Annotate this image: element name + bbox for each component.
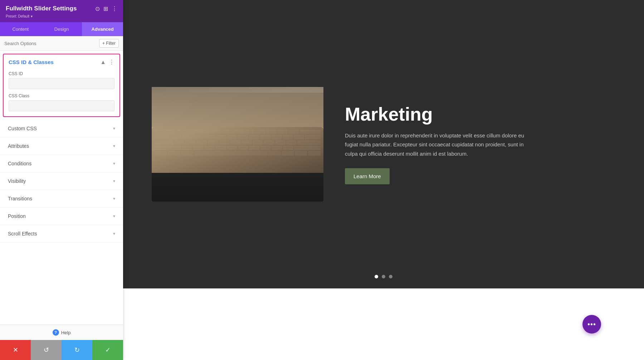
custom-css-section: Custom CSS ▾ [0, 120, 123, 137]
tab-bar: Content Design Advanced [0, 22, 123, 36]
chevron-down-icon: ▾ [113, 179, 115, 184]
undo-button[interactable]: ↺ [31, 340, 62, 360]
custom-css-title: Custom CSS [8, 126, 37, 131]
attributes-header[interactable]: Attributes ▾ [0, 137, 123, 155]
screen-area [152, 87, 323, 127]
collapse-icon[interactable]: ▲ [100, 59, 106, 65]
transitions-title: Transitions [8, 196, 32, 201]
css-class-input[interactable] [9, 100, 114, 111]
more-icon[interactable]: ⋮ [112, 5, 117, 12]
section-header-icons: ▲ ⋮ [100, 59, 114, 65]
learn-more-button[interactable]: Learn More [345, 168, 390, 184]
slider-area: Marketing Duis aute irure dolor in repre… [123, 0, 644, 288]
attributes-section: Attributes ▾ [0, 137, 123, 155]
save-button[interactable]: ✓ [92, 340, 123, 360]
visibility-header[interactable]: Visibility ▾ [0, 172, 123, 190]
custom-css-header[interactable]: Custom CSS ▾ [0, 120, 123, 137]
help-label: Help [61, 330, 71, 335]
css-id-classes-section: CSS ID & Classes ▲ ⋮ CSS ID CSS Class [3, 54, 120, 117]
below-slider: ••• [123, 288, 644, 360]
position-title: Position [8, 213, 26, 219]
slider-dot-2[interactable] [382, 275, 385, 278]
sidebar-header: Fullwidth Slider Settings ⊙ ⊞ ⋮ Preset: … [0, 0, 123, 22]
scroll-effects-header[interactable]: Scroll Effects ▾ [0, 225, 123, 242]
css-id-input[interactable] [9, 78, 114, 89]
scroll-effects-section: Scroll Effects ▾ [0, 225, 123, 243]
slide-heading: Marketing [345, 104, 615, 125]
sidebar-header-icons: ⊙ ⊞ ⋮ [95, 5, 117, 12]
slide-body: Duis aute irure dolor in reprehenderit i… [345, 131, 531, 159]
slide-container: Marketing Duis aute irure dolor in repre… [123, 0, 644, 288]
css-id-label: CSS ID [9, 71, 114, 76]
chevron-down-icon: ▾ [113, 231, 115, 236]
sidebar: Fullwidth Slider Settings ⊙ ⊞ ⋮ Preset: … [0, 0, 123, 360]
tab-design[interactable]: Design [41, 22, 82, 36]
chevron-down-icon: ▾ [113, 161, 115, 166]
floating-action-button[interactable]: ••• [582, 315, 601, 334]
chevron-down-icon: ▾ [113, 196, 115, 201]
help-link[interactable]: ? Help [53, 329, 71, 336]
filter-button[interactable]: + Filter [99, 39, 119, 48]
conditions-section: Conditions ▾ [0, 155, 123, 172]
settings-icon[interactable]: ⊙ [95, 5, 100, 12]
chevron-down-icon: ▾ [113, 214, 115, 219]
position-header[interactable]: Position ▾ [0, 208, 123, 225]
position-section: Position ▾ [0, 208, 123, 225]
conditions-header[interactable]: Conditions ▾ [0, 155, 123, 172]
slide-image [152, 87, 323, 201]
chevron-down-icon: ▾ [113, 126, 115, 131]
sidebar-sections: CSS ID & Classes ▲ ⋮ CSS ID CSS Class Cu… [0, 51, 123, 325]
attributes-title: Attributes [8, 143, 29, 149]
section-more-icon[interactable]: ⋮ [109, 59, 114, 65]
conditions-title: Conditions [8, 161, 31, 166]
css-id-classes-header: CSS ID & Classes ▲ ⋮ [4, 54, 119, 70]
chevron-down-icon: ▾ [113, 143, 115, 149]
laptop-visual [152, 87, 323, 201]
css-id-classes-content: CSS ID CSS Class [4, 70, 119, 116]
transitions-header[interactable]: Transitions ▾ [0, 190, 123, 207]
tab-content[interactable]: Content [0, 22, 41, 36]
slide-text: Marketing Duis aute irure dolor in repre… [345, 104, 615, 185]
action-bar: ✕ ↺ ↻ ✓ [0, 340, 123, 360]
slider-dots [375, 275, 392, 278]
grid-icon[interactable]: ⊞ [103, 5, 108, 12]
search-input[interactable] [4, 41, 97, 46]
help-icon: ? [53, 329, 59, 336]
slider-dot-3[interactable] [389, 275, 392, 278]
css-class-label: CSS Class [9, 93, 114, 98]
help-bar: ? Help [0, 325, 123, 340]
css-id-classes-title: CSS ID & Classes [9, 59, 54, 65]
main-content: Marketing Duis aute irure dolor in repre… [123, 0, 644, 360]
sidebar-title: Fullwidth Slider Settings [6, 5, 77, 12]
visibility-title: Visibility [8, 178, 26, 184]
slider-dot-1[interactable] [375, 275, 378, 278]
redo-button[interactable]: ↻ [62, 340, 92, 360]
transitions-section: Transitions ▾ [0, 190, 123, 208]
discard-button[interactable]: ✕ [0, 340, 31, 360]
tab-advanced[interactable]: Advanced [82, 22, 123, 36]
visibility-section: Visibility ▾ [0, 172, 123, 190]
scroll-effects-title: Scroll Effects [8, 231, 37, 237]
search-bar: + Filter [0, 36, 123, 51]
preset-selector[interactable]: Preset: Default ▾ [6, 14, 117, 19]
